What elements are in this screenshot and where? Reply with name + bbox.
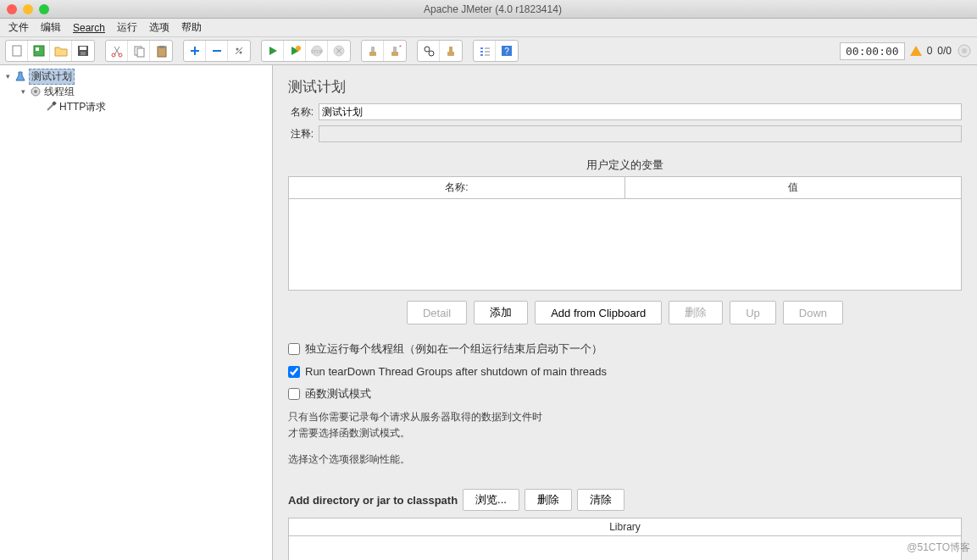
watermark: @51CTO博客	[907, 541, 970, 555]
cut-icon[interactable]	[106, 41, 128, 61]
error-count: 0	[927, 45, 933, 57]
library-table: Library	[288, 518, 962, 560]
functional-mode-label: 函数测试模式	[305, 386, 371, 402]
teardown-checkbox[interactable]	[288, 366, 300, 378]
svg-point-18	[240, 52, 242, 54]
svg-text:STOP: STOP	[311, 49, 323, 54]
warning-icon[interactable]	[910, 46, 922, 56]
svg-point-46	[962, 48, 967, 53]
cp-clear-button[interactable]: 清除	[577, 489, 625, 511]
svg-rect-36	[449, 47, 452, 52]
toolbar: STOP * ? 00:00:00 0 0/0	[0, 37, 977, 65]
library-header[interactable]: Library	[289, 518, 961, 536]
svg-rect-2	[36, 47, 39, 51]
vars-col-name[interactable]: 名称:	[289, 177, 625, 199]
svg-point-22	[296, 46, 301, 51]
menu-run[interactable]: 运行	[117, 20, 137, 35]
vars-table-body[interactable]	[288, 199, 962, 291]
function-helper-icon[interactable]	[474, 41, 496, 61]
tree-node-label: 测试计划	[29, 69, 75, 85]
expand-icon[interactable]	[184, 41, 206, 61]
name-input[interactable]	[319, 103, 962, 120]
window-title: Apache JMeter (4.0 r1823414)	[49, 3, 970, 15]
open-folder-icon[interactable]	[50, 41, 72, 61]
minimize-window-button[interactable]	[23, 4, 33, 14]
pipette-icon	[44, 101, 58, 113]
templates-icon[interactable]	[28, 41, 50, 61]
name-label: 名称:	[288, 105, 314, 119]
comment-label: 注释:	[288, 127, 314, 141]
browse-button[interactable]: 浏览...	[463, 489, 519, 511]
tree-node-http-request[interactable]: HTTP请求	[2, 99, 270, 114]
close-window-button[interactable]	[7, 4, 17, 14]
svg-rect-31	[393, 47, 397, 52]
serialize-threadgroups-checkbox[interactable]	[288, 343, 300, 355]
comment-input[interactable]	[319, 125, 962, 142]
svg-rect-29	[371, 47, 375, 52]
tree-node-thread-group[interactable]: ▾ 线程组	[2, 84, 270, 99]
main-panel: 测试计划 名称: 注释: 用户定义的变量 名称: 值 Detail 添加 Add…	[273, 65, 977, 560]
vars-section-title: 用户定义的变量	[288, 158, 962, 173]
reset-search-icon[interactable]	[440, 41, 462, 61]
svg-text:*: *	[399, 44, 402, 50]
clear-all-icon[interactable]: *	[384, 41, 406, 61]
svg-rect-28	[369, 52, 376, 56]
vars-table: 名称: 值	[288, 176, 962, 199]
expander-icon[interactable]: ▾	[19, 87, 27, 96]
down-button: Down	[783, 301, 843, 324]
menubar: 文件 编辑 Search 运行 选项 帮助	[0, 19, 977, 37]
classpath-label: Add directory or jar to classpath	[288, 494, 458, 507]
svg-rect-5	[80, 52, 86, 55]
start-icon[interactable]	[262, 41, 284, 61]
titlebar: Apache JMeter (4.0 r1823414)	[0, 0, 977, 19]
up-button: Up	[730, 301, 776, 324]
serialize-threadgroups-label: 独立运行每个线程组（例如在一个组运行结束后启动下一个）	[305, 341, 602, 357]
clear-icon[interactable]	[362, 41, 384, 61]
flask-icon	[14, 70, 27, 82]
svg-marker-20	[269, 47, 277, 55]
gear-spool-icon	[29, 86, 42, 97]
shutdown-icon[interactable]	[328, 41, 350, 61]
copy-icon[interactable]	[128, 41, 150, 61]
svg-point-34	[429, 51, 434, 56]
svg-rect-30	[391, 52, 398, 56]
cp-delete-button[interactable]: 删除	[525, 489, 572, 511]
menu-edit[interactable]: 编辑	[41, 20, 61, 35]
threads-gauge-icon	[957, 43, 972, 58]
menu-file[interactable]: 文件	[8, 20, 29, 35]
help-icon[interactable]: ?	[496, 41, 518, 61]
svg-rect-0	[13, 46, 21, 56]
note-line-2: 才需要选择函数测试模式。	[288, 426, 962, 441]
thread-count: 0/0	[937, 45, 952, 57]
menu-help[interactable]: 帮助	[181, 20, 202, 35]
svg-rect-38	[480, 51, 483, 53]
vars-col-value[interactable]: 值	[625, 177, 962, 199]
menu-search[interactable]: Search	[73, 22, 105, 34]
add-from-clipboard-button[interactable]: Add from Clipboard	[535, 301, 662, 324]
search-tree-icon[interactable]	[418, 41, 440, 61]
svg-rect-11	[137, 48, 144, 57]
paste-icon[interactable]	[150, 41, 172, 61]
tree-pane[interactable]: ▾ 测试计划 ▾ 线程组 HTTP请求	[0, 65, 273, 560]
tree-node-test-plan[interactable]: ▾ 测试计划	[2, 69, 270, 84]
expander-icon[interactable]: ▾	[3, 72, 12, 80]
tree-node-label: 线程组	[44, 85, 75, 99]
toggle-icon[interactable]	[228, 41, 250, 61]
svg-rect-4	[80, 47, 86, 50]
zoom-window-button[interactable]	[39, 4, 49, 14]
svg-rect-35	[447, 52, 454, 56]
note-line-1: 只有当你需要记录每个请求从服务器取得的数据到文件时	[288, 410, 962, 424]
elapsed-timer: 00:00:00	[840, 42, 905, 60]
functional-mode-checkbox[interactable]	[288, 388, 300, 400]
collapse-icon[interactable]	[206, 41, 228, 61]
library-body[interactable]	[289, 536, 961, 560]
note-line-3: 选择这个选项很影响性能。	[288, 452, 962, 467]
svg-point-33	[425, 47, 430, 52]
new-file-icon[interactable]	[6, 41, 28, 61]
add-button[interactable]: 添加	[474, 301, 528, 324]
start-no-timers-icon[interactable]	[284, 41, 306, 61]
menu-options[interactable]: 选项	[149, 20, 169, 35]
save-icon[interactable]	[72, 41, 94, 61]
stop-icon[interactable]: STOP	[306, 41, 328, 61]
svg-point-17	[236, 48, 239, 51]
